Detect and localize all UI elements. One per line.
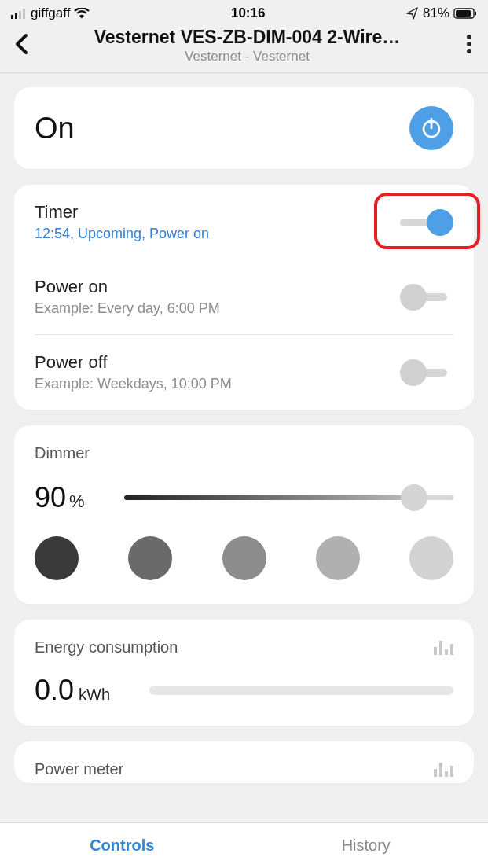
status-right: 81% bbox=[406, 6, 477, 21]
svg-point-9 bbox=[467, 49, 471, 53]
power-off-text: Power off Example: Weekdays, 10:00 PM bbox=[35, 352, 400, 392]
power-toggle-button[interactable] bbox=[409, 106, 453, 150]
slider-knob bbox=[401, 484, 427, 511]
energy-label: Energy consumption bbox=[35, 638, 178, 657]
power-on-toggle[interactable] bbox=[400, 283, 453, 311]
power-on-title: Power on bbox=[35, 277, 400, 297]
dimmer-preset-4[interactable] bbox=[316, 536, 360, 580]
toggle-knob bbox=[427, 209, 453, 236]
status-bar: giffgaff 10:16 81% bbox=[0, 0, 488, 24]
dimmer-preset-1[interactable] bbox=[35, 536, 79, 580]
dimmer-row: 90 % bbox=[35, 481, 453, 514]
svg-point-8 bbox=[467, 42, 471, 46]
chart-icon[interactable] bbox=[434, 763, 453, 777]
carrier-label: giffgaff bbox=[31, 6, 70, 21]
power-icon bbox=[420, 116, 443, 140]
svg-rect-1 bbox=[15, 13, 17, 19]
more-vertical-icon bbox=[466, 34, 472, 54]
svg-rect-6 bbox=[475, 12, 476, 16]
svg-rect-3 bbox=[23, 9, 25, 19]
dimmer-label: Dimmer bbox=[35, 444, 453, 462]
svg-rect-5 bbox=[456, 10, 471, 17]
energy-value: 0.0 bbox=[35, 674, 74, 707]
dimmer-preset-5[interactable] bbox=[409, 536, 453, 580]
svg-rect-0 bbox=[11, 15, 13, 19]
energy-card: Energy consumption 0.0 kWh bbox=[14, 620, 474, 726]
wifi-icon bbox=[74, 8, 90, 19]
dimmer-preset-2[interactable] bbox=[128, 536, 172, 580]
dimmer-card: Dimmer 90 % bbox=[14, 425, 474, 604]
location-icon bbox=[406, 7, 419, 20]
power-off-row[interactable]: Power off Example: Weekdays, 10:00 PM bbox=[35, 334, 453, 410]
svg-rect-2 bbox=[19, 11, 21, 19]
page-title: Vesternet VES-ZB-DIM-004 2-Wire… bbox=[36, 27, 458, 48]
timer-title: Timer bbox=[35, 202, 400, 223]
chart-icon[interactable] bbox=[434, 641, 453, 655]
meter-label: Power meter bbox=[35, 760, 123, 778]
more-button[interactable] bbox=[458, 29, 480, 62]
dimmer-slider[interactable] bbox=[124, 484, 453, 511]
power-on-subtitle: Example: Every day, 6:00 PM bbox=[35, 300, 400, 317]
svg-point-7 bbox=[467, 35, 471, 39]
energy-header: Energy consumption bbox=[35, 638, 453, 657]
dimmer-preset-3[interactable] bbox=[222, 536, 266, 580]
power-meter-card: Power meter bbox=[14, 741, 474, 783]
energy-row: 0.0 kWh bbox=[35, 674, 453, 707]
back-button[interactable] bbox=[8, 28, 36, 63]
power-card: On bbox=[14, 87, 474, 169]
energy-bar bbox=[149, 686, 453, 695]
title-wrap: Vesternet VES-ZB-DIM-004 2-Wire… Vestern… bbox=[36, 27, 458, 64]
dimmer-presets bbox=[35, 536, 453, 580]
dimmer-value: 90 bbox=[35, 481, 66, 514]
power-on-row[interactable]: Power on Example: Every day, 6:00 PM bbox=[35, 259, 453, 334]
page-header: Vesternet VES-ZB-DIM-004 2-Wire… Vestern… bbox=[0, 24, 488, 73]
bottom-tabs: Controls History bbox=[0, 822, 488, 868]
battery-percent: 81% bbox=[423, 6, 449, 21]
power-on-text: Power on Example: Every day, 6:00 PM bbox=[35, 277, 400, 317]
dimmer-unit: % bbox=[69, 491, 85, 512]
status-left: giffgaff bbox=[11, 6, 90, 21]
power-off-toggle[interactable] bbox=[400, 359, 453, 387]
toggle-knob bbox=[400, 359, 427, 386]
toggle-knob bbox=[400, 284, 427, 311]
tab-controls[interactable]: Controls bbox=[0, 823, 244, 868]
content-area: On Timer 12:54, Upcoming, Power on Power… bbox=[0, 73, 488, 818]
timer-subtitle: 12:54, Upcoming, Power on bbox=[35, 226, 400, 242]
timer-text: Timer 12:54, Upcoming, Power on bbox=[35, 202, 400, 242]
status-time: 10:16 bbox=[231, 6, 265, 21]
battery-icon bbox=[453, 8, 477, 19]
schedule-card: Timer 12:54, Upcoming, Power on Power on… bbox=[14, 185, 474, 410]
chevron-left-icon bbox=[14, 33, 30, 55]
meter-header: Power meter bbox=[35, 760, 453, 778]
cell-signal-icon bbox=[11, 9, 27, 19]
timer-toggle[interactable] bbox=[400, 208, 453, 237]
power-off-subtitle: Example: Weekdays, 10:00 PM bbox=[35, 376, 400, 392]
energy-unit: kWh bbox=[79, 686, 110, 704]
page-subtitle: Vesternet - Vesternet bbox=[36, 49, 458, 64]
tab-history[interactable]: History bbox=[244, 823, 489, 868]
power-off-title: Power off bbox=[35, 352, 400, 373]
power-state-label: On bbox=[35, 112, 75, 145]
timer-row[interactable]: Timer 12:54, Upcoming, Power on bbox=[35, 185, 453, 259]
